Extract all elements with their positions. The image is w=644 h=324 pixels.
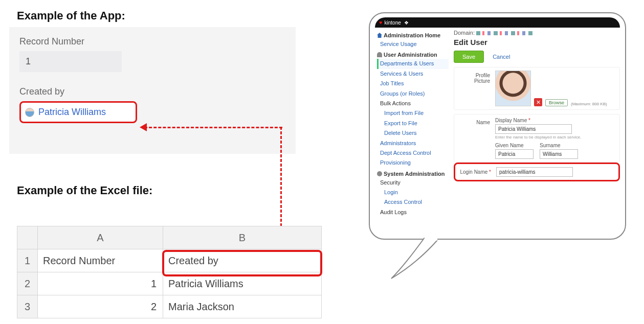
- topbar-app-icon: ❖: [404, 20, 409, 26]
- given-name-input[interactable]: [495, 149, 534, 159]
- excel-corner: [17, 226, 38, 249]
- sidebar-delete-users[interactable]: Delete Users: [377, 128, 449, 138]
- excel-cell-a3: 2: [38, 295, 163, 318]
- excel-table: A B 1 Record Number Created by 2 1 Patri…: [17, 226, 322, 318]
- sidebar-dept-access[interactable]: Dept Access Control: [377, 148, 449, 158]
- display-name-hint: Enter the name to be displayed in each s…: [495, 135, 615, 140]
- kintone-logo: ♥ kintone: [379, 20, 401, 26]
- excel-col-a: A: [38, 226, 163, 249]
- gear-icon: [377, 171, 382, 176]
- created-by-label: Created by: [19, 86, 285, 97]
- heading-excel-example: Example of the Excel file:: [17, 184, 152, 197]
- domain-value-redacted: [476, 31, 532, 35]
- sidebar-access-control[interactable]: Access Control: [377, 197, 449, 207]
- excel-row-3: 3: [17, 295, 38, 318]
- arrow-horizontal: [144, 127, 282, 128]
- admin-sidebar: Administration Home Service Usage User A…: [377, 30, 449, 217]
- record-number-value: 1: [19, 51, 122, 72]
- excel-row-1: 1: [17, 249, 38, 272]
- max-size-hint: (Maximum: 800 KB): [571, 102, 607, 106]
- sidebar-audit-logs[interactable]: Audit Logs: [377, 207, 449, 217]
- display-name-input[interactable]: [495, 124, 572, 134]
- user-avatar-icon: [25, 108, 34, 117]
- surname-input[interactable]: [540, 149, 578, 159]
- name-block: Name Display Name * Enter the name to be…: [454, 114, 620, 163]
- sidebar-services-users[interactable]: Services & Users: [377, 69, 449, 79]
- domain-row: Domain:: [454, 30, 620, 36]
- home-icon: [377, 33, 382, 38]
- sidebar-user-admin: User Administration: [377, 49, 449, 59]
- sidebar-bulk-actions: Bulk Actions: [377, 99, 449, 108]
- excel-cell-a1: Record Number: [38, 249, 163, 272]
- heading-app-example: Example of the App:: [17, 9, 125, 22]
- app-record-card: Record Number 1 Created by Patricia Will…: [9, 27, 296, 154]
- profile-picture-label: Profile Picture: [458, 71, 490, 84]
- admin-panel-callout: ♥ kintone ❖ Administration Home Service …: [369, 12, 626, 240]
- created-by-user-link[interactable]: Patricia Williams: [38, 107, 106, 118]
- login-name-input[interactable]: [496, 167, 573, 177]
- given-name-label: Given Name: [495, 143, 534, 148]
- created-by-field-highlighted: Patricia Williams: [19, 101, 137, 123]
- excel-cell-a2: 1: [38, 272, 163, 295]
- sidebar-sys-admin-label: System Administration: [384, 171, 445, 177]
- admin-topbar: ♥ kintone ❖: [375, 17, 620, 28]
- sidebar-administrators[interactable]: Administrators: [377, 138, 449, 148]
- sidebar-user-admin-label: User Administration: [384, 52, 437, 58]
- save-button[interactable]: Save: [454, 51, 484, 63]
- browse-button[interactable]: Browse: [545, 99, 568, 106]
- domain-label: Domain:: [454, 30, 475, 36]
- sidebar-service-usage[interactable]: Service Usage: [377, 39, 449, 49]
- sidebar-admin-home[interactable]: Administration Home: [377, 30, 449, 39]
- excel-row-2: 2: [17, 272, 38, 295]
- display-name-label: Display Name *: [495, 118, 615, 123]
- sidebar-groups[interactable]: Groups (or Roles): [377, 89, 449, 99]
- admin-main: Domain: Edit User Save Cancel Profile Pi…: [454, 30, 620, 217]
- sidebar-provisioning[interactable]: Provisioning: [377, 158, 449, 168]
- excel-cell-b1: Created by: [163, 249, 322, 272]
- user-icon: [377, 52, 382, 57]
- cancel-link[interactable]: Cancel: [493, 54, 510, 60]
- excel-col-b: B: [163, 226, 322, 249]
- speech-bubble-tail-icon: [389, 235, 440, 281]
- sidebar-admin-home-label: Administration Home: [384, 32, 440, 38]
- excel-cell-b2: Patricia Williams: [163, 272, 322, 295]
- sidebar-security: Security: [377, 178, 449, 188]
- login-name-label: Login Name *: [459, 169, 491, 175]
- sidebar-export-file[interactable]: Export to File: [377, 119, 449, 128]
- surname-label: Surname: [540, 143, 578, 148]
- sidebar-dept-users[interactable]: Departments & Users: [377, 59, 449, 68]
- profile-picture-block: Profile Picture ✕ Browse (Maximum: 800 K…: [454, 67, 620, 110]
- sidebar-import-file[interactable]: Import from File: [377, 108, 449, 118]
- heart-icon: ♥: [379, 20, 383, 26]
- excel-cell-b3: Maria Jackson: [163, 295, 322, 318]
- sidebar-sys-admin: System Administration: [377, 168, 449, 178]
- profile-avatar: [495, 71, 531, 106]
- page-title: Edit User: [454, 38, 620, 47]
- name-section-label: Name: [458, 118, 490, 125]
- sidebar-login[interactable]: Login: [377, 188, 449, 197]
- login-name-block-highlighted: Login Name *: [454, 163, 620, 181]
- sidebar-job-titles[interactable]: Job Titles: [377, 79, 449, 88]
- record-number-label: Record Number: [19, 36, 285, 47]
- delete-image-button[interactable]: ✕: [534, 98, 542, 106]
- brand-text: kintone: [385, 20, 401, 26]
